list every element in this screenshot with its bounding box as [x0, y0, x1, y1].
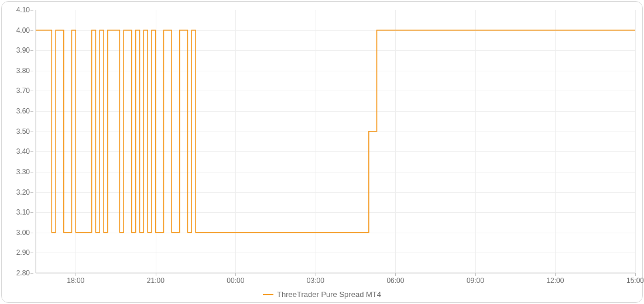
x-tick-label: 18:00	[67, 277, 84, 285]
series-path	[36, 30, 635, 233]
y-tick-mark	[30, 233, 33, 233]
legend-label: ThreeTrader Pure Spread MT4	[277, 290, 381, 299]
x-tick-label: 03:00	[307, 277, 324, 285]
x-tick-mark	[76, 273, 76, 276]
x-tick-mark	[555, 273, 556, 276]
gridline-vertical	[635, 10, 636, 273]
legend: ThreeTrader Pure Spread MT4	[2, 288, 642, 299]
line-series	[36, 10, 635, 273]
y-tick-label: 3.40	[16, 147, 30, 156]
x-tick-label: 06:00	[386, 277, 404, 285]
y-tick-label: 3.90	[16, 46, 30, 54]
x-tick-label: 12:00	[546, 277, 564, 285]
y-tick-mark	[30, 10, 33, 11]
x-tick-label: 00:00	[227, 277, 244, 285]
y-tick-mark	[30, 132, 33, 132]
y-tick-label: 3.80	[16, 67, 30, 75]
y-tick-mark	[30, 273, 33, 274]
y-tick-label: 3.20	[16, 188, 30, 196]
y-tick-mark	[30, 71, 33, 71]
y-tick-mark	[30, 192, 33, 193]
y-tick-mark	[30, 151, 33, 152]
y-tick-mark	[30, 212, 33, 213]
y-tick-label: 2.90	[16, 248, 30, 257]
y-tick-mark	[30, 172, 33, 172]
x-tick-mark	[156, 273, 156, 276]
y-tick-label: 3.60	[16, 107, 30, 115]
y-tick-label: 3.30	[16, 168, 30, 176]
y-tick-label: 4.00	[16, 26, 30, 34]
legend-swatch	[263, 294, 273, 295]
x-tick-label: 09:00	[467, 277, 484, 285]
y-tick-mark	[30, 111, 33, 112]
x-tick-mark	[475, 273, 476, 276]
y-axis: 2.802.903.003.103.203.303.403.503.603.70…	[2, 10, 33, 273]
y-tick-mark	[30, 30, 33, 31]
x-tick-mark	[235, 273, 236, 276]
legend-item: ThreeTrader Pure Spread MT4	[263, 290, 381, 299]
y-tick-mark	[30, 50, 33, 51]
x-tick-mark	[635, 273, 636, 276]
x-tick-mark	[316, 273, 316, 276]
y-tick-label: 3.50	[16, 127, 30, 136]
x-axis: 18:0021:0000:0003:0006:0009:0012:0015:00	[36, 273, 635, 286]
y-tick-label: 3.10	[16, 208, 30, 216]
y-tick-label: 3.00	[16, 229, 30, 237]
y-tick-mark	[30, 91, 33, 91]
y-tick-label: 3.70	[16, 87, 30, 95]
y-tick-label: 2.80	[16, 269, 30, 277]
y-tick-mark	[30, 253, 33, 253]
chart-card: 2.802.903.003.103.203.303.403.503.603.70…	[1, 1, 643, 303]
plot-area	[36, 10, 635, 273]
x-tick-label: 21:00	[147, 277, 165, 285]
y-tick-label: 4.10	[16, 6, 30, 14]
x-tick-label: 15:00	[626, 277, 644, 285]
x-tick-mark	[395, 273, 396, 276]
